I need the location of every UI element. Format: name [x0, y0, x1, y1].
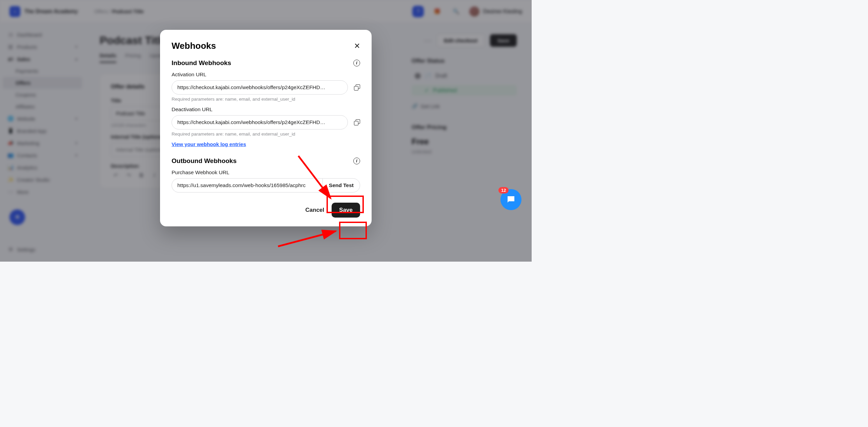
cancel-button[interactable]: Cancel — [305, 207, 324, 214]
params-hint: Required parameters are: name, email, an… — [172, 97, 360, 102]
log-link[interactable]: View your webhook log entries — [172, 141, 246, 147]
modal-title: Webhooks — [172, 41, 216, 51]
inbound-heading: Inbound Webhooks — [172, 59, 231, 67]
outbound-heading: Outbound Webhooks — [172, 157, 237, 165]
activation-url-field[interactable]: https://checkout.kajabi.com/webhooks/off… — [172, 80, 348, 95]
chat-fab[interactable]: 12 — [500, 189, 521, 210]
purchase-url-input[interactable]: https://u1.savemyleads.com/web-hooks/165… — [172, 178, 322, 192]
copy-icon[interactable] — [354, 119, 360, 125]
chat-badge: 12 — [498, 187, 509, 194]
activation-label: Activation URL — [172, 72, 360, 78]
save-button[interactable]: Save — [332, 203, 360, 218]
info-icon[interactable]: i — [353, 158, 360, 164]
info-icon[interactable]: i — [353, 60, 360, 66]
deactivation-url-field[interactable]: https://checkout.kajabi.com/webhooks/off… — [172, 115, 348, 129]
chat-icon — [506, 195, 516, 205]
purchase-label: Purchase Webhook URL — [172, 169, 360, 176]
params-hint-2: Required parameters are: name, email, an… — [172, 131, 360, 137]
close-icon[interactable]: ✕ — [354, 42, 360, 50]
purchase-webhook-row: https://u1.savemyleads.com/web-hooks/165… — [172, 178, 360, 192]
send-test-button[interactable]: Send Test — [322, 178, 360, 192]
copy-icon[interactable] — [354, 84, 360, 90]
deactivation-label: Deactivation URL — [172, 106, 360, 113]
webhooks-modal: Webhooks ✕ Inbound Webhooks i Activation… — [160, 30, 372, 226]
